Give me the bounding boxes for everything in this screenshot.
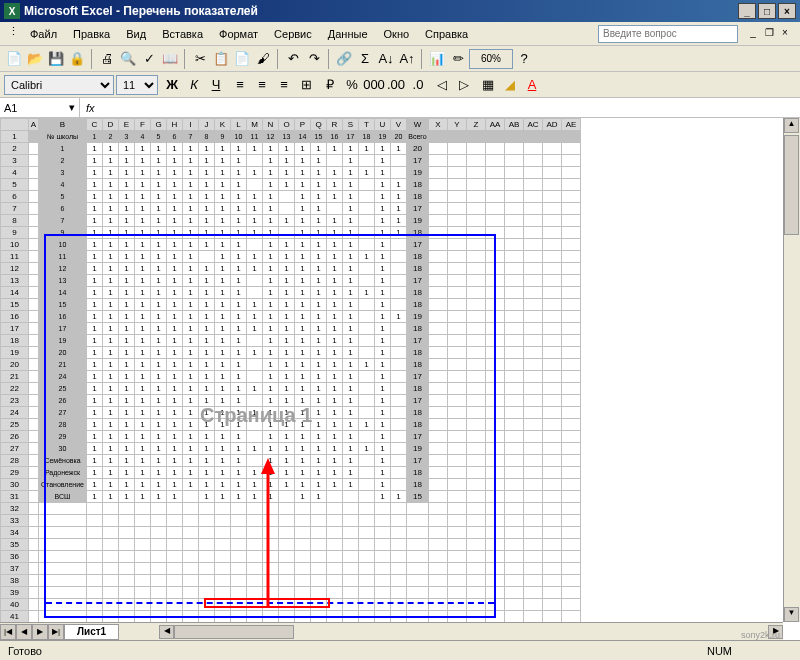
data-cell[interactable]: 1	[167, 275, 183, 287]
cell[interactable]	[391, 539, 407, 551]
data-cell[interactable]: 1	[103, 167, 119, 179]
data-cell[interactable]: 1	[375, 275, 391, 287]
row-header-15[interactable]: 15	[1, 299, 29, 311]
data-cell[interactable]: 1	[279, 143, 295, 155]
data-cell[interactable]: 1	[151, 215, 167, 227]
school-label[interactable]: 16	[39, 311, 87, 323]
data-cell[interactable]: 1	[295, 311, 311, 323]
cell[interactable]	[562, 527, 581, 539]
data-cell[interactable]: 1	[279, 455, 295, 467]
cell[interactable]	[375, 575, 391, 587]
cell[interactable]	[524, 227, 543, 239]
data-cell[interactable]	[359, 227, 375, 239]
cell[interactable]	[524, 407, 543, 419]
data-cell[interactable]: 1	[151, 479, 167, 491]
data-cell[interactable]: 1	[327, 275, 343, 287]
cell[interactable]	[543, 167, 562, 179]
row-header-29[interactable]: 29	[1, 467, 29, 479]
cell[interactable]	[29, 143, 39, 155]
data-cell[interactable]: 1	[103, 215, 119, 227]
data-cell[interactable]: 1	[119, 275, 135, 287]
data-cell[interactable]: 1	[327, 179, 343, 191]
align-center-icon[interactable]: ≡	[252, 75, 272, 95]
data-cell[interactable]	[359, 479, 375, 491]
cell[interactable]	[279, 503, 295, 515]
total-cell[interactable]: 18	[407, 299, 429, 311]
data-cell[interactable]: 1	[343, 359, 359, 371]
cell[interactable]	[407, 527, 429, 539]
data-cell[interactable]: 1	[135, 203, 151, 215]
data-cell[interactable]: 1	[151, 347, 167, 359]
cell[interactable]	[119, 587, 135, 599]
data-cell[interactable]	[247, 371, 263, 383]
row-header-12[interactable]: 12	[1, 263, 29, 275]
cell[interactable]	[327, 551, 343, 563]
cell[interactable]	[429, 551, 448, 563]
data-cell[interactable]: 1	[247, 491, 263, 503]
data-cell[interactable]	[247, 359, 263, 371]
data-cell[interactable]	[391, 455, 407, 467]
data-cell[interactable]: 1	[375, 263, 391, 275]
cell[interactable]	[524, 443, 543, 455]
data-cell[interactable]: 1	[295, 227, 311, 239]
data-cell[interactable]: 1	[183, 227, 199, 239]
data-cell[interactable]	[391, 479, 407, 491]
data-cell[interactable]: 1	[343, 191, 359, 203]
cell[interactable]	[467, 299, 486, 311]
data-cell[interactable]: 1	[311, 323, 327, 335]
cell[interactable]	[467, 311, 486, 323]
data-cell[interactable]: 1	[247, 443, 263, 455]
cell[interactable]	[429, 503, 448, 515]
data-cell[interactable]	[391, 155, 407, 167]
data-cell[interactable]: 1	[279, 323, 295, 335]
cell[interactable]	[543, 467, 562, 479]
menu-file[interactable]: Файл	[22, 26, 65, 42]
cell[interactable]	[29, 371, 39, 383]
data-cell[interactable]: 1	[183, 371, 199, 383]
cell[interactable]	[231, 575, 247, 587]
school-label[interactable]: 1	[39, 143, 87, 155]
cell[interactable]	[448, 467, 467, 479]
cell[interactable]	[359, 587, 375, 599]
cell[interactable]	[429, 455, 448, 467]
data-cell[interactable]: 1	[119, 155, 135, 167]
cell[interactable]	[311, 587, 327, 599]
total-cell[interactable]: 17	[407, 203, 429, 215]
data-cell[interactable]	[391, 407, 407, 419]
school-label[interactable]: 19	[39, 335, 87, 347]
data-cell[interactable]: 1	[167, 227, 183, 239]
cell[interactable]	[151, 587, 167, 599]
cell[interactable]	[103, 527, 119, 539]
cell[interactable]	[327, 527, 343, 539]
cell[interactable]	[39, 587, 87, 599]
cell[interactable]	[562, 407, 581, 419]
cell[interactable]	[39, 611, 87, 623]
cell[interactable]	[375, 611, 391, 623]
data-cell[interactable]: 1	[375, 383, 391, 395]
data-cell[interactable]: 1	[167, 311, 183, 323]
cell[interactable]	[505, 503, 524, 515]
cell[interactable]	[29, 443, 39, 455]
cell[interactable]	[448, 515, 467, 527]
cell[interactable]	[215, 587, 231, 599]
cell[interactable]	[429, 287, 448, 299]
col-header-P[interactable]: P	[295, 119, 311, 131]
data-cell[interactable]: 1	[359, 359, 375, 371]
data-cell[interactable]: 1	[343, 299, 359, 311]
scroll-left-button[interactable]: ◀	[159, 625, 174, 639]
data-cell[interactable]: 1	[183, 239, 199, 251]
cell[interactable]	[543, 491, 562, 503]
data-cell[interactable]: 1	[215, 167, 231, 179]
data-cell[interactable]: 1	[87, 179, 103, 191]
cell[interactable]	[429, 611, 448, 623]
data-cell[interactable]: 1	[375, 407, 391, 419]
cell[interactable]	[505, 455, 524, 467]
data-cell[interactable]: 1	[311, 479, 327, 491]
data-cell[interactable]: 1	[375, 371, 391, 383]
cell[interactable]	[359, 551, 375, 563]
drawing-icon[interactable]: ✏	[448, 49, 468, 69]
row-header-41[interactable]: 41	[1, 611, 29, 623]
data-cell[interactable]: 1	[183, 191, 199, 203]
maximize-button[interactable]: □	[758, 3, 776, 19]
data-cell[interactable]: 1	[103, 191, 119, 203]
